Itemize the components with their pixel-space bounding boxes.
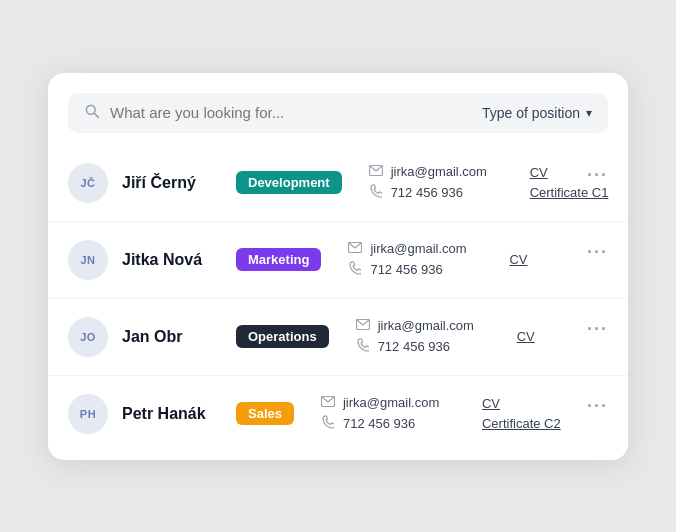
avatar: JN <box>68 240 108 280</box>
candidate-row: JO Jan Obr Operations jirka@gmail.com 71… <box>48 298 628 375</box>
row-left: JN Jitka Nová Marketing jirka@gmail.com … <box>68 240 573 280</box>
candidate-row: JN Jitka Nová Marketing jirka@gmail.com … <box>48 221 628 298</box>
search-bar: Type of position ▾ <box>68 93 608 133</box>
contact-info: jirka@gmail.com 712 456 936 <box>355 318 495 355</box>
candidate-name: Petr Hanák <box>122 405 222 423</box>
phone-value: 712 456 936 <box>343 416 415 431</box>
email-row: jirka@gmail.com <box>347 241 487 256</box>
links-col: CV <box>517 329 597 344</box>
phone-icon <box>320 415 336 432</box>
row-left: JO Jan Obr Operations jirka@gmail.com 71… <box>68 317 573 357</box>
position-filter[interactable]: Type of position ▾ <box>482 105 592 121</box>
doc-link[interactable]: Certificate C2 <box>482 416 562 431</box>
candidate-list: JČ Jiří Černý Development jirka@gmail.co… <box>48 145 628 452</box>
svg-line-1 <box>94 113 98 117</box>
email-value: jirka@gmail.com <box>370 241 466 256</box>
more-options-button[interactable]: ··· <box>587 240 608 263</box>
more-options-button[interactable]: ··· <box>587 317 608 340</box>
phone-icon <box>347 261 363 278</box>
doc-link[interactable]: CV <box>509 252 589 267</box>
email-value: jirka@gmail.com <box>343 395 439 410</box>
candidate-name: Jan Obr <box>122 328 222 346</box>
avatar: JČ <box>68 163 108 203</box>
phone-icon <box>355 338 371 355</box>
phone-value: 712 456 936 <box>391 185 463 200</box>
phone-row: 712 456 936 <box>355 338 495 355</box>
badge-sales: Sales <box>236 402 294 425</box>
search-icon <box>84 103 100 123</box>
badge-operations: Operations <box>236 325 329 348</box>
doc-link[interactable]: CV <box>517 329 597 344</box>
doc-link[interactable]: Certificate C1 <box>530 185 610 200</box>
email-row: jirka@gmail.com <box>355 318 495 333</box>
more-options-button[interactable]: ··· <box>587 163 608 186</box>
contact-info: jirka@gmail.com 712 456 936 <box>368 164 508 201</box>
badge-marketing: Marketing <box>236 248 321 271</box>
main-card: Type of position ▾ JČ Jiří Černý Develop… <box>48 73 628 460</box>
email-value: jirka@gmail.com <box>378 318 474 333</box>
links-col: CV <box>509 252 589 267</box>
phone-row: 712 456 936 <box>320 415 460 432</box>
email-icon <box>347 241 363 256</box>
email-row: jirka@gmail.com <box>320 395 460 410</box>
more-options-button[interactable]: ··· <box>587 394 608 417</box>
chevron-down-icon: ▾ <box>586 106 592 120</box>
links-col: CVCertificate C2 <box>482 396 562 431</box>
contact-info: jirka@gmail.com 712 456 936 <box>320 395 460 432</box>
search-input[interactable] <box>110 104 472 121</box>
phone-row: 712 456 936 <box>368 184 508 201</box>
contact-info: jirka@gmail.com 712 456 936 <box>347 241 487 278</box>
phone-value: 712 456 936 <box>370 262 442 277</box>
phone-row: 712 456 936 <box>347 261 487 278</box>
email-value: jirka@gmail.com <box>391 164 487 179</box>
avatar: PH <box>68 394 108 434</box>
doc-link[interactable]: CV <box>482 396 562 411</box>
candidate-row: JČ Jiří Černý Development jirka@gmail.co… <box>48 145 628 221</box>
phone-icon <box>368 184 384 201</box>
row-left: PH Petr Hanák Sales jirka@gmail.com 712 … <box>68 394 573 434</box>
position-filter-label: Type of position <box>482 105 580 121</box>
badge-development: Development <box>236 171 342 194</box>
candidate-name: Jitka Nová <box>122 251 222 269</box>
phone-value: 712 456 936 <box>378 339 450 354</box>
email-icon <box>355 318 371 333</box>
candidate-row: PH Petr Hanák Sales jirka@gmail.com 712 … <box>48 375 628 452</box>
avatar: JO <box>68 317 108 357</box>
email-icon <box>320 395 336 410</box>
row-left: JČ Jiří Černý Development jirka@gmail.co… <box>68 163 573 203</box>
email-row: jirka@gmail.com <box>368 164 508 179</box>
email-icon <box>368 164 384 179</box>
candidate-name: Jiří Černý <box>122 174 222 192</box>
